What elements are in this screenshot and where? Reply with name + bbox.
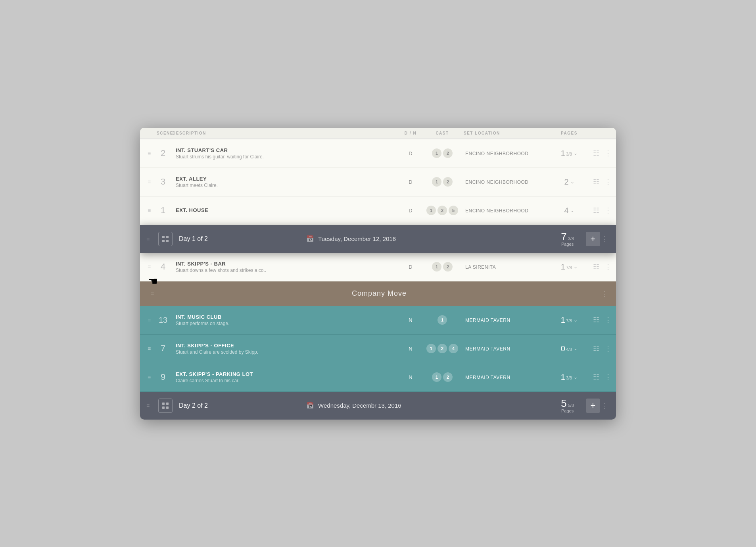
col-header-set-location: Set Location bbox=[462, 128, 549, 139]
pages-column: 1 7/8 ⌄ bbox=[549, 316, 589, 325]
pages-fraction: 7/8 bbox=[566, 318, 572, 323]
add-scene-button[interactable]: + bbox=[586, 399, 600, 413]
chevron-down-icon[interactable]: ⌄ bbox=[570, 208, 574, 213]
layers-icon[interactable]: ☷ bbox=[589, 344, 603, 353]
dm-column: D bbox=[399, 207, 422, 214]
drag-handle[interactable]: ≡ bbox=[143, 374, 155, 380]
cast-badge: 1 bbox=[437, 315, 447, 325]
drag-handle[interactable]: ≡ bbox=[143, 264, 155, 270]
scene-info: INT. SKIPP'S - OFFICE Stuart and Claire … bbox=[171, 343, 399, 355]
set-location: MERMAID TAVERN bbox=[465, 318, 510, 323]
pages-value: 1 bbox=[561, 316, 565, 325]
more-options-icon[interactable]: ⋮ bbox=[603, 149, 613, 158]
table-row: ≡ 9 EXT. SKIPP'S - PARKING LOT Claire ca… bbox=[140, 363, 616, 392]
cast-badge: 4 bbox=[449, 344, 458, 353]
layers-icon[interactable]: ☷ bbox=[589, 177, 603, 186]
table-row: ≡ 13 INT. MUSIC CLUB Stuart performs on … bbox=[140, 306, 616, 335]
svg-rect-4 bbox=[162, 403, 165, 405]
more-options-icon[interactable]: ⋮ bbox=[600, 401, 610, 410]
scene-number: 9 bbox=[155, 372, 171, 382]
chevron-down-icon[interactable]: ⌄ bbox=[574, 374, 578, 380]
cast-column: 1 2 bbox=[422, 372, 462, 382]
dm-value: N bbox=[409, 374, 412, 380]
drag-handle[interactable]: ≡ bbox=[143, 345, 155, 352]
table-row: ≡ 4 INT. SKIPP'S - BAR Stuart downs a fe… bbox=[140, 253, 616, 281]
dm-column: D bbox=[399, 263, 422, 270]
scene-description: Stuart performs on stage. bbox=[176, 321, 394, 326]
scene-title: INT. SKIPP'S - BAR bbox=[176, 261, 394, 267]
day-2-banner: ≡ Day 2 of 2 📅 Wednesday, Decembr 13, 20… bbox=[140, 392, 616, 420]
column-headers: Scene Description D / N Cast Set Locatio… bbox=[140, 128, 616, 139]
calendar-icon: 📅 bbox=[306, 235, 314, 243]
scene-number: 7 bbox=[155, 343, 171, 354]
chevron-down-icon[interactable]: ⌄ bbox=[574, 150, 578, 156]
day-drag-handle[interactable]: ≡ bbox=[146, 236, 158, 242]
more-options-icon[interactable]: ⋮ bbox=[603, 262, 613, 271]
set-location: LA SIRENITA bbox=[465, 264, 496, 270]
drag-handle[interactable]: ≡ bbox=[143, 207, 155, 214]
drag-handle[interactable]: ≡ bbox=[143, 150, 155, 156]
set-location: MERMAID TAVERN bbox=[465, 346, 510, 352]
cast-badge: 2 bbox=[443, 372, 453, 382]
scene-description: Claire carries Stuart to his car. bbox=[176, 378, 394, 383]
table-row: ≡ 2 INT. STUART'S CAR Stuart strums his … bbox=[140, 139, 616, 168]
layers-icon[interactable]: ☷ bbox=[589, 373, 603, 381]
chevron-down-icon[interactable]: ⌄ bbox=[574, 346, 578, 351]
cast-badge: 2 bbox=[443, 148, 453, 158]
more-options-icon[interactable]: ⋮ bbox=[603, 316, 613, 324]
scene-number: 1 bbox=[155, 205, 171, 216]
scene-description: Stuart meets Claire. bbox=[176, 183, 394, 188]
drag-handle[interactable]: ≡ bbox=[143, 179, 155, 185]
scene-title: EXT. ALLEY bbox=[176, 176, 394, 182]
layers-icon[interactable]: ☷ bbox=[589, 149, 603, 158]
dm-value: D bbox=[409, 264, 412, 270]
day-grid-icon bbox=[158, 399, 173, 413]
chevron-down-icon[interactable]: ⌄ bbox=[574, 264, 578, 270]
company-move-drag-handle[interactable]: ≡ bbox=[146, 291, 158, 297]
day-date: Tuesday, December 12, 2016 bbox=[318, 235, 396, 242]
layers-icon[interactable]: ☷ bbox=[589, 316, 603, 324]
more-options-icon[interactable]: ⋮ bbox=[603, 206, 613, 215]
chevron-down-icon[interactable]: ⌄ bbox=[570, 179, 574, 185]
pages-column: 4 ⌄ bbox=[549, 206, 589, 215]
schedule-table: ≡ 2 INT. STUART'S CAR Stuart strums his … bbox=[140, 139, 616, 420]
more-options-icon[interactable]: ⋮ bbox=[603, 373, 613, 381]
day-drag-handle[interactable]: ≡ bbox=[146, 403, 158, 409]
calendar-icon: 📅 bbox=[306, 402, 314, 409]
set-location-column: MERMAID TAVERN bbox=[462, 345, 549, 352]
chevron-down-icon[interactable]: ⌄ bbox=[574, 317, 578, 323]
more-options-icon[interactable]: ⋮ bbox=[600, 235, 610, 243]
dm-column: N bbox=[399, 316, 422, 324]
dm-value: N bbox=[409, 317, 412, 323]
scene-description: Stuart and Claire are scolded by Skipp. bbox=[176, 349, 394, 355]
svg-rect-7 bbox=[166, 406, 169, 409]
pages-column: 0 4/8 ⌄ bbox=[549, 344, 589, 353]
svg-rect-5 bbox=[166, 403, 169, 405]
svg-rect-0 bbox=[162, 236, 165, 238]
day-date-wrap: 📅 Tuesday, December 12, 2016 bbox=[306, 235, 561, 243]
scene-info: EXT. HOUSE bbox=[171, 207, 399, 214]
scene-number: 2 bbox=[155, 148, 171, 158]
set-location-column: ENCINO NEIGHBORHOOD bbox=[462, 178, 549, 185]
add-scene-button[interactable]: + bbox=[586, 232, 600, 246]
more-options-icon[interactable]: ⋮ bbox=[603, 344, 613, 353]
scene-info: INT. SKIPP'S - BAR Stuart downs a few sh… bbox=[171, 261, 399, 273]
more-options-icon[interactable]: ⋮ bbox=[603, 177, 613, 186]
dm-value: N bbox=[409, 346, 412, 352]
scene-title: INT. MUSIC CLUB bbox=[176, 314, 394, 320]
pages-value: 2 bbox=[564, 177, 568, 187]
drag-handle[interactable]: ≡ bbox=[143, 317, 155, 323]
set-location-column: MERMAID TAVERN bbox=[462, 374, 549, 381]
layers-icon[interactable]: ☷ bbox=[589, 206, 603, 215]
scene-title: EXT. SKIPP'S - PARKING LOT bbox=[176, 371, 394, 377]
dm-column: D bbox=[399, 150, 422, 157]
scene-info: EXT. ALLEY Stuart meets Claire. bbox=[171, 176, 399, 188]
more-options-icon[interactable]: ⋮ bbox=[600, 289, 610, 298]
set-location: ENCINO NEIGHBORHOOD bbox=[465, 179, 529, 185]
day-pages-fraction: 5/8 bbox=[568, 403, 574, 408]
scene-title: EXT. HOUSE bbox=[176, 207, 394, 213]
cast-column: 1 2 bbox=[422, 148, 462, 158]
day-label: Day 1 of 2 bbox=[179, 235, 306, 243]
cast-column: 1 2 bbox=[422, 262, 462, 272]
layers-icon[interactable]: ☷ bbox=[589, 262, 603, 271]
